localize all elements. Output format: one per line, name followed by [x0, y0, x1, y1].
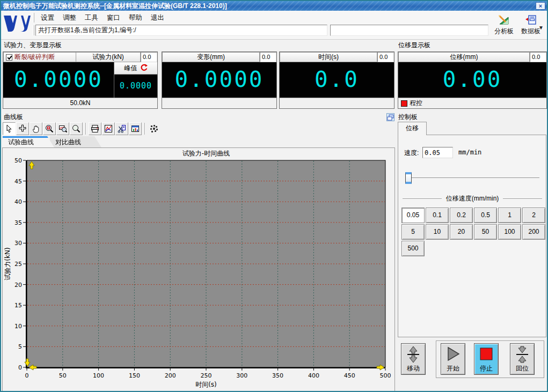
statusbar-grip [33, 25, 34, 35]
app-window: 微机控制电子万能试验机测控系统--[金属材料室温拉伸试验(GB/T 228.1-… [0, 0, 548, 392]
chart-title: 试验力-时间曲线 [182, 150, 230, 157]
force-header-value: 0.0 [141, 52, 157, 62]
speed-preset-1[interactable]: 1 [498, 208, 521, 223]
status-text-box: 共打开数据1条,当前位置为1,编号:/ [35, 25, 327, 36]
stop-button[interactable]: 停止 [474, 343, 499, 375]
zoom-region-button[interactable] [43, 122, 56, 135]
menu-item-exit[interactable]: 退出 [147, 12, 169, 24]
y-tick-label: 40 [14, 198, 22, 205]
tab-test-curve[interactable]: 试验曲线 [3, 136, 54, 147]
slider-thumb[interactable] [405, 172, 412, 184]
print-button[interactable] [89, 122, 101, 135]
home-label: 回位 [516, 365, 529, 372]
start-label: 开始 [447, 365, 459, 372]
printer-icon [91, 124, 99, 133]
speed-group-heading: 位移速度(mm/min) [403, 194, 542, 203]
speed-preset-0.1[interactable]: 0.1 [426, 208, 449, 223]
speed-input[interactable] [422, 147, 453, 158]
speed-row: 速度: mm/min [398, 147, 546, 159]
speed-slider[interactable] [405, 172, 539, 184]
snip-export-button[interactable] [115, 122, 128, 135]
magnifier-button[interactable] [70, 122, 83, 135]
close-button[interactable]: × [536, 2, 545, 10]
move-icon [401, 344, 425, 363]
tab-compare-curve[interactable]: 对比曲线 [50, 136, 101, 147]
menu-item-window[interactable]: 窗口 [103, 12, 125, 24]
control-panel: 控制板 位移 速度: mm/min 位移速度(mm/min) 0.050.10.… [397, 113, 548, 392]
force-header: 试验力(kN) [76, 52, 141, 62]
speed-preset-0.2[interactable]: 0.2 [450, 208, 473, 223]
analysis-board-button[interactable]: 分析板 [491, 13, 517, 36]
home-button[interactable]: 回位 [510, 343, 535, 375]
deform-footer [162, 98, 276, 108]
menubar-grip [33, 13, 34, 23]
data-monitor-button[interactable] [129, 122, 142, 135]
peak-label: 峰值 [125, 64, 137, 73]
magnifier-icon [72, 124, 81, 133]
home-icon [510, 344, 534, 363]
speed-preset-5[interactable]: 5 [401, 224, 425, 240]
settings-grid-button[interactable] [148, 122, 160, 135]
speed-preset-2[interactable]: 2 [522, 208, 545, 223]
display-panel-title: 试验力、变形显示板 [4, 41, 62, 50]
tab-displacement[interactable]: 位移 [398, 122, 427, 135]
start-button[interactable]: 开始 [441, 343, 465, 375]
speed-preset-0.05[interactable]: 0.05 [401, 208, 425, 223]
zoom-curve-button[interactable] [56, 122, 69, 135]
speed-preset-100[interactable]: 100 [498, 224, 521, 240]
tab-displacement-label: 位移 [406, 124, 419, 132]
menu-item-adjust[interactable]: 调整 [59, 12, 81, 24]
break-judge-label: 断裂/破碎判断 [14, 53, 55, 62]
deform-value-display: 0.0000 [162, 62, 276, 98]
secondary-status-box [330, 25, 488, 36]
x-tick-label: 450 [344, 372, 355, 379]
peak-reset-icon[interactable] [140, 64, 148, 73]
menu-item-tools[interactable]: 工具 [81, 12, 103, 24]
mode-row: 程控 [398, 98, 546, 108]
slider-track[interactable] [405, 177, 539, 179]
crosshair-tool-button[interactable] [16, 122, 29, 135]
x-tick-label: 200 [165, 372, 176, 379]
speed-preset-10[interactable]: 10 [426, 224, 449, 240]
peak-value-display: 0.0000 [114, 75, 157, 98]
deform-header: 变形(mm) [162, 52, 260, 62]
start-icon [441, 344, 465, 363]
menu-item-help[interactable]: 帮助 [125, 12, 147, 24]
x-tick-label: 300 [236, 372, 247, 379]
curve-style-icon [104, 124, 113, 133]
x-tick-label: 150 [129, 372, 140, 379]
toolbar-overflow-dropdown[interactable]: ▼ [538, 25, 544, 31]
peak-row: 峰值 [114, 62, 157, 75]
speed-preset-500[interactable]: 500 [401, 241, 425, 256]
move-button[interactable]: 移动 [401, 343, 426, 375]
speed-preset-200[interactable]: 200 [522, 224, 545, 240]
force-display-box: 断裂/破碎判断 试验力(kN) 0.0 0.0000 峰值 [3, 51, 158, 109]
speed-preset-0.5[interactable]: 0.5 [474, 208, 497, 223]
hand-pan-icon [32, 124, 40, 133]
displacement-header: 位移(mm) [398, 52, 530, 62]
pan-tool-button[interactable] [30, 122, 42, 135]
curve-tabs: 试验曲线对比曲线 [3, 136, 97, 147]
data-monitor-icon [131, 124, 140, 133]
y-tick-label: 45 [14, 178, 22, 185]
titlebar: 微机控制电子万能试验机测控系统--[金属材料室温拉伸试验(GB/T 228.1-… [1, 1, 547, 11]
speed-unit: mm/min [458, 149, 481, 156]
x-axis-label: 时间(s) [195, 381, 217, 388]
break-judge-checkbox[interactable] [6, 54, 12, 61]
x-tick-label: 100 [93, 372, 104, 379]
speed-preset-50[interactable]: 50 [474, 224, 497, 240]
chart-plot-area[interactable]: 试验力-时间曲线05010015020025030035040045050005… [3, 149, 394, 392]
menu-item-settings[interactable]: 设置 [36, 12, 59, 24]
curve-style-button[interactable] [102, 122, 115, 135]
data-board-label: 数据板 [521, 27, 540, 35]
y-tick-label: 30 [14, 240, 22, 247]
program-control-indicator [401, 100, 407, 107]
break-judge-cell: 断裂/破碎判断 [3, 52, 76, 62]
scissors-page-icon [118, 124, 126, 133]
float-window-icon[interactable] [386, 113, 394, 121]
force-value-display: 0.0000 [3, 62, 114, 98]
x-tick-label: 350 [272, 372, 283, 379]
crosshair-icon [18, 124, 27, 133]
cursor-tool-button[interactable] [3, 122, 16, 135]
speed-preset-20[interactable]: 20 [450, 224, 473, 240]
